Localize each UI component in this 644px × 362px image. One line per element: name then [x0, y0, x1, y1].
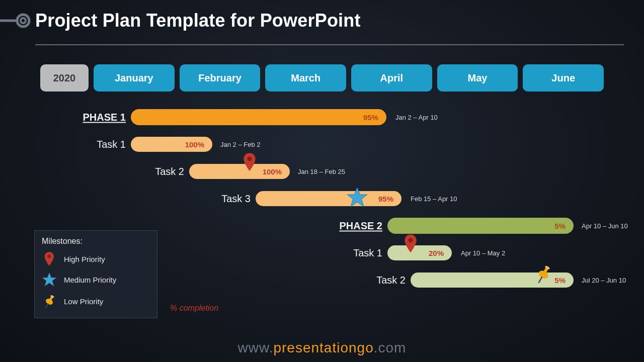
- svg-marker-10: [42, 273, 56, 286]
- task-label: Task 1: [353, 247, 382, 259]
- gantt-bar: 100%: [189, 164, 290, 179]
- legend-label: Low Priority: [64, 297, 103, 306]
- date-range: Jan 2 – Apr 10: [395, 114, 438, 121]
- completion-pct: 100%: [263, 167, 282, 176]
- date-range: Jan 18 – Feb 25: [298, 168, 345, 175]
- svg-point-8: [544, 265, 550, 270]
- phase-row: PHASE 195%Jan 2 – Apr 10: [40, 104, 604, 131]
- task-row: Task 395%Feb 15 – Apr 10: [40, 185, 604, 212]
- footer-prefix: www.: [238, 340, 274, 355]
- footer-watermark: www.presentationgo.com: [0, 340, 644, 356]
- task-label: Task 1: [97, 139, 126, 150]
- gantt-bar: 95%: [131, 109, 386, 125]
- completion-pct: 95%: [363, 113, 378, 122]
- star-icon: [42, 272, 57, 288]
- svg-point-2: [21, 18, 26, 23]
- page-title: Project Plan Template for PowerPoint: [35, 10, 361, 31]
- title-ornament-icon: [0, 12, 35, 30]
- date-range: Apr 10 – Jun 10: [582, 222, 628, 230]
- footer-accent: presentationgo: [273, 340, 373, 355]
- legend-title: Milestones:: [42, 237, 150, 246]
- milestone-legend: Milestones: High Priority Medium Priorit…: [34, 230, 157, 318]
- legend-label: High Priority: [64, 255, 105, 263]
- date-range: Jul 20 – Jun 10: [582, 277, 626, 284]
- legend-label: Medium Priority: [64, 276, 116, 284]
- title-row: Project Plan Template for PowerPoint: [0, 10, 644, 31]
- completion-pct: 95%: [378, 195, 393, 203]
- legend-row: Low Priority: [42, 294, 150, 310]
- month-chip: June: [523, 64, 604, 92]
- task-label: Task 2: [155, 166, 184, 177]
- task-label: Task 3: [221, 193, 251, 205]
- gantt-bar: 5%: [387, 218, 574, 234]
- phase-label: PHASE 1: [83, 112, 126, 123]
- month-chip: January: [94, 64, 175, 92]
- gantt-bar: 95%: [256, 191, 401, 206]
- completion-note: % completion: [170, 304, 218, 313]
- legend-row: High Priority: [42, 252, 150, 266]
- title-underline: [35, 44, 624, 45]
- gantt-bar: 20%: [387, 245, 452, 260]
- pushpin-icon: [42, 294, 57, 310]
- gantt-bar: 100%: [131, 137, 212, 152]
- pin-icon: [42, 252, 57, 266]
- footer-suffix: .com: [374, 340, 407, 355]
- date-range: Apr 10 – May 2: [461, 249, 505, 257]
- month-chip: May: [437, 64, 518, 92]
- month-chip: March: [265, 64, 346, 92]
- task-row: Task 1100%Jan 2 – Feb 2: [40, 131, 604, 158]
- date-range: Feb 15 – Apr 10: [411, 195, 457, 203]
- svg-point-9: [48, 255, 51, 258]
- year-chip: 2020: [40, 64, 89, 92]
- completion-pct: 100%: [185, 140, 204, 149]
- date-range: Jan 2 – Feb 2: [220, 141, 261, 148]
- completion-pct: 5%: [554, 276, 566, 285]
- gantt-bar: 5%: [411, 273, 574, 288]
- month-chip: April: [351, 64, 432, 92]
- month-chip: February: [180, 64, 261, 92]
- phase-label: PHASE 2: [339, 220, 382, 232]
- month-header-row: 2020 January February March April May Ju…: [40, 64, 604, 92]
- legend-row: Medium Priority: [42, 272, 150, 288]
- completion-pct: 5%: [554, 222, 566, 230]
- svg-point-12: [45, 298, 54, 306]
- task-label: Task 2: [376, 275, 406, 286]
- svg-point-1: [17, 15, 29, 27]
- task-row: Task 2100%Jan 18 – Feb 25: [40, 158, 604, 185]
- completion-pct: 20%: [429, 249, 444, 257]
